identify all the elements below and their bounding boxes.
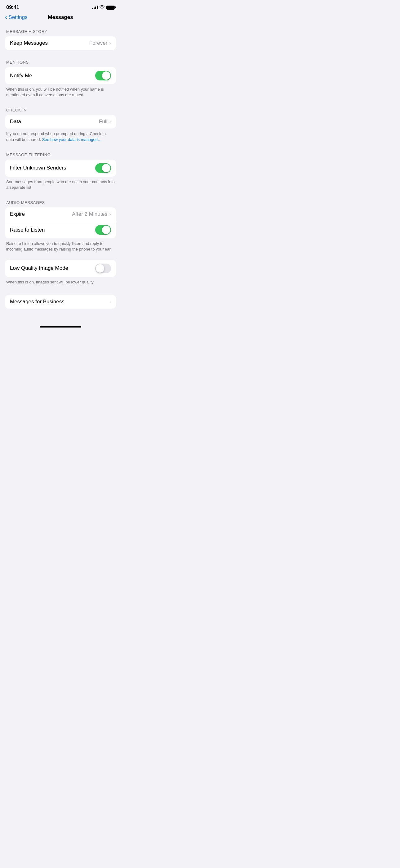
low-quality-card: Low Quality Image Mode [5, 260, 116, 277]
raise-to-listen-toggle[interactable] [95, 225, 111, 235]
message-history-header: MESSAGE HISTORY [0, 24, 121, 36]
section-audio-messages: AUDIO MESSAGES Expire After 2 Minutes › … [0, 195, 121, 257]
status-icons [92, 5, 115, 10]
low-quality-label: Low Quality Image Mode [10, 265, 68, 271]
data-row[interactable]: Data Full › [5, 115, 116, 128]
section-mentions: MENTIONS Notify Me When this is on, you … [0, 55, 121, 103]
messages-for-business-card: Messages for Business › [5, 295, 116, 309]
mentions-footer: When this is on, you will be notified wh… [0, 84, 121, 103]
notify-me-label: Notify Me [10, 73, 32, 79]
message-filtering-footer: Sort messages from people who are not in… [0, 177, 121, 195]
toggle-knob [102, 164, 110, 172]
messages-for-business-label: Messages for Business [10, 299, 65, 305]
back-button[interactable]: ‹ Settings [5, 14, 28, 21]
expire-row[interactable]: Expire After 2 Minutes › [5, 207, 116, 221]
toggle-knob [102, 226, 110, 234]
keep-messages-row[interactable]: Keep Messages Forever › [5, 36, 116, 50]
raise-to-listen-row: Raise to Listen [5, 221, 116, 239]
back-chevron-icon: ‹ [5, 14, 7, 21]
audio-messages-card: Expire After 2 Minutes › Raise to Listen [5, 207, 116, 239]
battery-icon [106, 6, 115, 10]
toggle-knob [96, 264, 104, 273]
expire-value: After 2 Minutes › [72, 211, 111, 217]
data-value: Full › [99, 119, 111, 125]
keep-messages-value: Forever › [89, 40, 111, 46]
audio-messages-footer: Raise to Listen allows you to quickly li… [0, 239, 121, 257]
check-in-link[interactable]: See how your data is managed… [42, 137, 102, 142]
expire-chevron-icon: › [109, 211, 111, 217]
keep-messages-label: Keep Messages [10, 40, 48, 46]
section-message-filtering: MESSAGE FILTERING Filter Unknown Senders… [0, 148, 121, 195]
section-message-history: MESSAGE HISTORY Keep Messages Forever › [0, 24, 121, 50]
nav-header: ‹ Settings Messages [0, 13, 121, 24]
mentions-header: MENTIONS [0, 55, 121, 67]
back-label: Settings [8, 14, 27, 21]
message-filtering-card: Filter Unknown Senders [5, 160, 116, 177]
keep-messages-chevron-icon: › [109, 40, 111, 46]
data-label: Data [10, 119, 21, 125]
audio-messages-header: AUDIO MESSAGES [0, 195, 121, 207]
data-chevron-icon: › [109, 119, 111, 125]
filter-unknown-row: Filter Unknown Senders [5, 160, 116, 177]
low-quality-row: Low Quality Image Mode [5, 260, 116, 277]
home-bar [40, 326, 81, 328]
message-history-card: Keep Messages Forever › [5, 36, 116, 50]
section-check-in: CHECK IN Data Full › If you do not respo… [0, 103, 121, 147]
filter-unknown-label: Filter Unknown Senders [10, 165, 66, 171]
home-indicator [0, 321, 121, 330]
status-time: 09:41 [6, 4, 19, 10]
wifi-icon [100, 5, 104, 10]
section-messages-for-business: Messages for Business › [0, 295, 121, 309]
low-quality-footer: When this is on, images sent will be low… [0, 277, 121, 290]
section-low-quality: Low Quality Image Mode When this is on, … [0, 260, 121, 290]
notify-me-row: Notify Me [5, 67, 116, 84]
status-bar: 09:41 [0, 0, 121, 13]
signal-icon [92, 6, 98, 9]
check-in-footer: If you do not respond when prompted duri… [0, 128, 121, 147]
mentions-card: Notify Me [5, 67, 116, 84]
messages-for-business-chevron-icon: › [109, 299, 111, 305]
notify-me-toggle[interactable] [95, 71, 111, 81]
toggle-knob [102, 71, 110, 80]
low-quality-toggle[interactable] [95, 264, 111, 273]
check-in-header: CHECK IN [0, 103, 121, 115]
raise-to-listen-label: Raise to Listen [10, 227, 45, 233]
messages-for-business-row[interactable]: Messages for Business › [5, 295, 116, 309]
message-filtering-header: MESSAGE FILTERING [0, 148, 121, 160]
check-in-card: Data Full › [5, 115, 116, 128]
page-title: Messages [48, 14, 73, 21]
filter-unknown-toggle[interactable] [95, 163, 111, 173]
expire-label: Expire [10, 211, 25, 217]
messages-for-business-value: › [109, 299, 111, 305]
